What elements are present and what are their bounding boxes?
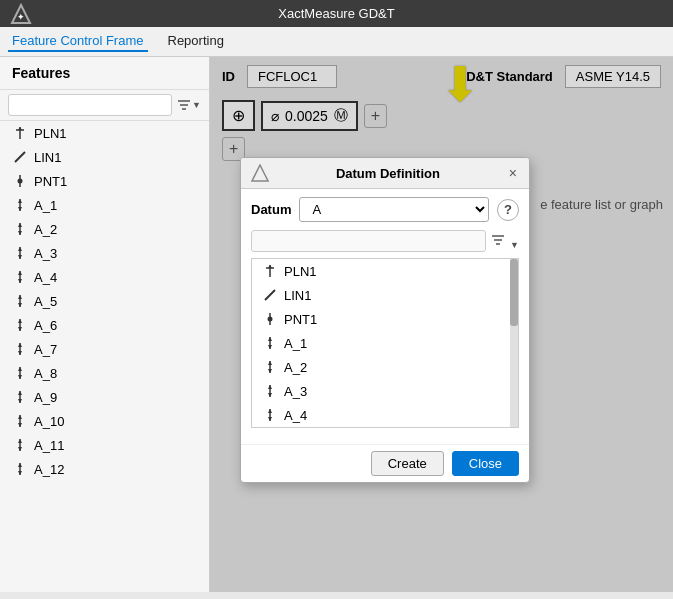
modal-overlay: Datum Definition × Datum A B C D ? (210, 57, 673, 592)
svg-marker-22 (18, 279, 22, 283)
sidebar-item[interactable]: A_10 (0, 409, 209, 433)
svg-marker-12 (18, 199, 22, 203)
dialog-list-item[interactable]: A_3 (252, 379, 510, 403)
svg-text:✦: ✦ (17, 12, 25, 22)
dialog-item-label: A_2 (284, 360, 307, 375)
svg-marker-37 (18, 399, 22, 403)
dialog-filter-button[interactable]: ▼ (490, 232, 519, 251)
sidebar-item-label: A_10 (34, 414, 64, 429)
svg-point-56 (268, 317, 273, 322)
svg-marker-21 (18, 271, 22, 275)
app-title: XactMeasure GD&T (278, 6, 394, 21)
svg-marker-42 (18, 439, 22, 443)
svg-marker-7 (18, 127, 22, 130)
sidebar-item[interactable]: A_9 (0, 385, 209, 409)
svg-marker-46 (18, 471, 22, 475)
sidebar-item[interactable]: A_3 (0, 241, 209, 265)
dialog-list-item[interactable]: A_2 (252, 355, 510, 379)
dialog-list-item[interactable]: A_1 (252, 331, 510, 355)
datum-select[interactable]: A B C D (299, 197, 489, 222)
svg-marker-59 (268, 345, 272, 349)
dialog-item-label: A_1 (284, 336, 307, 351)
sidebar-item-icon (12, 125, 28, 141)
sidebar-item[interactable]: PNT1 (0, 169, 209, 193)
dialog-item-label: PLN1 (284, 264, 317, 279)
svg-marker-43 (18, 447, 22, 451)
svg-point-10 (18, 179, 23, 184)
svg-marker-65 (268, 393, 272, 397)
sidebar-item-label: A_11 (34, 438, 64, 453)
sidebar-search-input[interactable] (8, 94, 172, 116)
sidebar-item[interactable]: A_4 (0, 265, 209, 289)
sidebar-item[interactable]: A_12 (0, 457, 209, 481)
datum-help-button[interactable]: ? (497, 199, 519, 221)
sidebar-item-icon (12, 245, 28, 261)
dialog-close-button[interactable]: × (507, 165, 519, 181)
dialog-item-icon (262, 287, 278, 303)
sidebar-item-icon (12, 365, 28, 381)
sidebar-item[interactable]: PLN1 (0, 121, 209, 145)
dialog-body: Datum A B C D ? (241, 189, 529, 444)
sidebar-item-label: PNT1 (34, 174, 67, 189)
dialog-list-item[interactable]: PLN1 (252, 259, 510, 283)
dialog-list-item[interactable]: A_4 (252, 403, 510, 427)
svg-marker-27 (18, 319, 22, 323)
dialog-search-row: ▼ (251, 230, 519, 252)
sidebar-item[interactable]: LIN1 (0, 145, 209, 169)
sidebar-filter-button[interactable]: ▼ (176, 97, 201, 113)
dialog-create-button[interactable]: Create (371, 451, 444, 476)
menu-feature-control-frame[interactable]: Feature Control Frame (8, 31, 148, 52)
dialog-header: Datum Definition × (241, 158, 529, 189)
sidebar-item[interactable]: A_7 (0, 337, 209, 361)
menu-bar: Feature Control Frame Reporting (0, 27, 673, 57)
sidebar-item[interactable]: A_8 (0, 361, 209, 385)
svg-marker-25 (18, 303, 22, 307)
dialog-item-label: PNT1 (284, 312, 317, 327)
svg-marker-31 (18, 351, 22, 355)
sidebar-title: Features (0, 57, 209, 90)
dialog-item-icon (262, 335, 278, 351)
sidebar-item-label: PLN1 (34, 126, 67, 141)
svg-marker-47 (252, 165, 268, 181)
sidebar-item[interactable]: A_6 (0, 313, 209, 337)
dialog-search-input[interactable] (251, 230, 486, 252)
sidebar-item-label: A_5 (34, 294, 57, 309)
dialog-scrollbar-thumb[interactable] (510, 259, 518, 326)
svg-marker-62 (268, 369, 272, 373)
sidebar-item-icon (12, 293, 28, 309)
sidebar-item-label: A_4 (34, 270, 57, 285)
dialog-scrollbar[interactable] (510, 259, 518, 427)
sidebar-item[interactable]: A_2 (0, 217, 209, 241)
sidebar-item-label: A_1 (34, 198, 57, 213)
sidebar-item[interactable]: A_1 (0, 193, 209, 217)
svg-marker-13 (18, 207, 22, 211)
svg-marker-24 (18, 295, 22, 299)
sidebar-item[interactable]: A_11 (0, 433, 209, 457)
dialog-list-item[interactable]: LIN1 (252, 283, 510, 307)
dialog-item-icon (262, 263, 278, 279)
content-area: ⬇ ID FCFLOC1 D&T Standard ASME Y14.5 ⊕ ⌀… (210, 57, 673, 592)
dialog-item-label: A_4 (284, 408, 307, 423)
dialog-filter-icon (490, 232, 506, 248)
sidebar-item-label: A_6 (34, 318, 57, 333)
datum-definition-dialog: Datum Definition × Datum A B C D ? (240, 157, 530, 483)
sidebar-item-label: A_7 (34, 342, 57, 357)
sidebar-item[interactable]: A_5 (0, 289, 209, 313)
sidebar-item-icon (12, 317, 28, 333)
sidebar-item-icon (12, 413, 28, 429)
datum-row: Datum A B C D ? (251, 197, 519, 222)
sidebar-items-list: PLN1LIN1PNT1A_1A_2A_3A_4A_5A_6A_7A_8A_9A… (0, 121, 209, 592)
dialog-close-action-button[interactable]: Close (452, 451, 519, 476)
sidebar-item-label: A_8 (34, 366, 57, 381)
filter-dropdown-icon: ▼ (192, 100, 201, 110)
dialog-footer: Create Close (241, 444, 529, 482)
svg-marker-67 (268, 409, 272, 413)
svg-marker-68 (268, 417, 272, 421)
dialog-list-item[interactable]: PNT1 (252, 307, 510, 331)
sidebar-item-icon (12, 197, 28, 213)
dialog-item-icon (262, 407, 278, 423)
svg-marker-28 (18, 327, 22, 331)
sidebar-item-label: LIN1 (34, 150, 61, 165)
svg-marker-61 (268, 361, 272, 365)
menu-reporting[interactable]: Reporting (164, 31, 228, 52)
